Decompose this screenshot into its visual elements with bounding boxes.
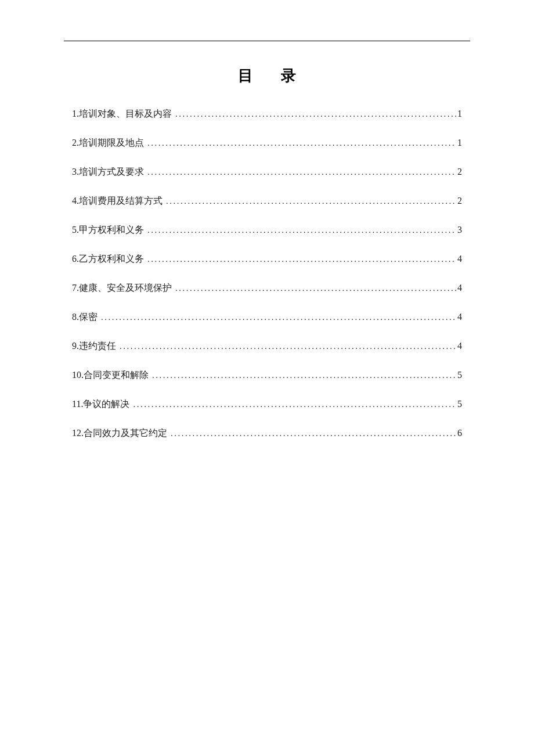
toc-entry-page: 2 — [456, 167, 462, 177]
toc-entry-label: 甲方权利和义务 — [79, 224, 144, 236]
toc-entry-number: 6. — [72, 254, 79, 264]
toc-entry: 3. 培训方式及要求 2 — [72, 166, 462, 178]
toc-entry-page: 5 — [456, 370, 462, 380]
toc-entry: 7. 健康、安全及环境保护 4 — [72, 282, 462, 294]
toc-entry-label: 合同变更和解除 — [84, 369, 149, 381]
toc-leader-dots — [147, 225, 456, 235]
toc-leader-dots — [166, 196, 456, 206]
toc-leader-dots — [175, 109, 456, 119]
toc-leader-dots — [175, 283, 456, 293]
toc-entry-page: 1 — [456, 138, 462, 148]
document-page: 目录 1. 培训对象、目标及内容 1 2. 培训期限及地点 1 3. 培训方式及… — [0, 0, 534, 440]
toc-entry-page: 4 — [456, 341, 462, 351]
toc-entry: 5. 甲方权利和义务 3 — [72, 224, 462, 236]
toc-entry: 1. 培训对象、目标及内容 1 — [72, 108, 462, 120]
toc-entry-label: 培训期限及地点 — [79, 137, 144, 149]
toc-entry: 10. 合同变更和解除 5 — [72, 369, 462, 381]
toc-entry-label: 争议的解决 — [83, 398, 129, 411]
toc-entry-number: 3. — [72, 167, 79, 177]
toc-entry-number: 2. — [72, 138, 79, 148]
toc-entry-page: 4 — [456, 254, 462, 264]
toc-entry-page: 2 — [456, 196, 462, 206]
toc-entry-number: 5. — [72, 225, 79, 235]
toc-entry: 6. 乙方权利和义务 4 — [72, 253, 462, 265]
toc-title: 目录 — [64, 66, 470, 86]
toc-entry-page: 5 — [456, 399, 462, 409]
toc-entry-label: 违约责任 — [79, 340, 116, 352]
toc-leader-dots — [171, 429, 456, 438]
toc-entry-page: 3 — [456, 225, 462, 235]
toc-entry-label: 合同效力及其它约定 — [84, 427, 167, 440]
toc-leader-dots — [133, 399, 456, 409]
toc-entry-page: 1 — [456, 109, 462, 119]
toc-entry: 4. 培训费用及结算方式 2 — [72, 195, 462, 207]
toc-list: 1. 培训对象、目标及内容 1 2. 培训期限及地点 1 3. 培训方式及要求 … — [64, 108, 470, 440]
toc-entry-label: 培训对象、目标及内容 — [79, 108, 172, 120]
toc-leader-dots — [147, 167, 456, 177]
toc-entry-page: 6 — [456, 428, 462, 438]
toc-entry-number: 8. — [72, 312, 79, 322]
toc-leader-dots — [152, 370, 456, 380]
toc-entry: 8. 保密 4 — [72, 311, 462, 323]
toc-entry-number: 4. — [72, 196, 79, 206]
toc-entry: 12. 合同效力及其它约定 6 — [72, 427, 462, 440]
toc-entry-page: 4 — [456, 283, 462, 293]
toc-entry: 11. 争议的解决 5 — [72, 398, 462, 411]
toc-entry-number: 1. — [72, 109, 79, 119]
header-rule — [64, 41, 470, 41]
toc-entry-number: 11. — [72, 399, 83, 409]
toc-entry: 9. 违约责任 4 — [72, 340, 462, 352]
toc-entry-label: 健康、安全及环境保护 — [79, 282, 172, 294]
toc-leader-dots — [147, 254, 456, 264]
toc-entry-label: 保密 — [79, 311, 98, 323]
toc-leader-dots — [120, 341, 456, 351]
toc-entry-page: 4 — [456, 312, 462, 322]
toc-entry-number: 10. — [72, 370, 84, 380]
toc-entry-label: 乙方权利和义务 — [79, 253, 144, 265]
toc-entry-label: 培训方式及要求 — [79, 166, 144, 178]
toc-entry: 2. 培训期限及地点 1 — [72, 137, 462, 149]
toc-leader-dots — [147, 138, 456, 148]
toc-entry-label: 培训费用及结算方式 — [79, 195, 163, 207]
toc-leader-dots — [101, 312, 456, 322]
toc-entry-number: 12. — [72, 428, 84, 438]
toc-entry-number: 7. — [72, 283, 79, 293]
toc-entry-number: 9. — [72, 341, 79, 351]
